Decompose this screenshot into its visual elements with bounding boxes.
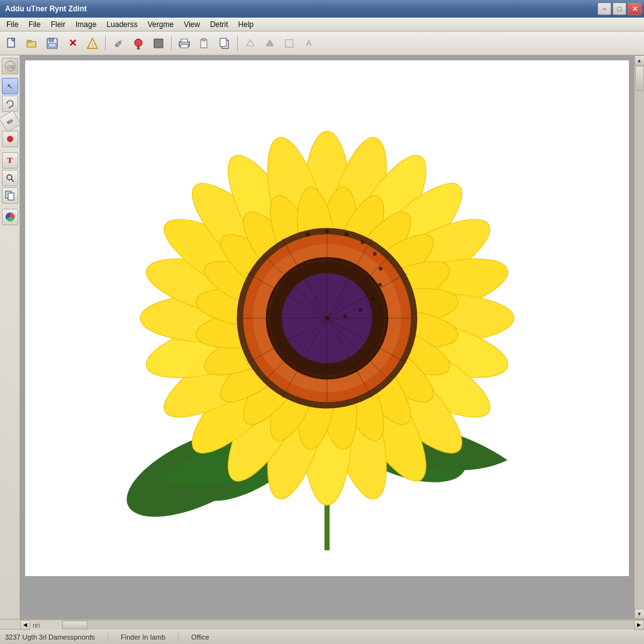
- status-section1: 3237 Ugth 3rl Damesspnords: [5, 633, 108, 641]
- canvas-wrapper: ▲ ▼: [20, 55, 644, 619]
- svg-point-94: [358, 308, 362, 312]
- status-section3: Office: [191, 633, 209, 641]
- svg-point-93: [371, 297, 375, 301]
- toolbar-btn-shape[interactable]: [149, 35, 168, 52]
- bottom-scrollbar-area: ◀ nri ▶: [0, 619, 644, 629]
- horizontal-scrollbar: ◀ nri ▶: [20, 619, 644, 630]
- toolbar-btn-tri2[interactable]: [260, 35, 279, 52]
- svg-rect-13: [180, 45, 188, 48]
- toolbar-btn-tri1[interactable]: [241, 35, 260, 52]
- status-bar: 3237 Ugth 3rl Damesspnords Finder In Iam…: [0, 629, 644, 644]
- svg-rect-5: [48, 43, 56, 47]
- scroll-up-button[interactable]: ▲: [635, 55, 645, 65]
- menu-image[interactable]: Image: [70, 19, 101, 30]
- window-controls: − □ ✕: [597, 3, 641, 15]
- svg-marker-18: [247, 40, 254, 46]
- left-toolbox: OS ↖ ✏ T: [0, 55, 20, 619]
- tool-select[interactable]: ↖: [2, 78, 18, 94]
- svg-point-88: [345, 233, 348, 236]
- svg-point-95: [343, 314, 347, 318]
- svg-rect-10: [154, 39, 163, 48]
- close-button[interactable]: ✕: [628, 3, 641, 15]
- toolbar-btn-delete[interactable]: ✕: [63, 35, 82, 52]
- main-layout: OS ↖ ✏ T: [0, 55, 644, 619]
- menu-file1[interactable]: File: [1, 19, 23, 30]
- svg-rect-27: [8, 193, 14, 200]
- toolbar-btn-new[interactable]: [3, 35, 21, 52]
- right-scrollbar: ▲ ▼: [634, 55, 644, 619]
- hscroll-label: nri: [30, 621, 62, 630]
- svg-text:!: !: [92, 42, 94, 48]
- menu-luaderss[interactable]: Luaderss: [101, 19, 142, 30]
- hscroll-left-button[interactable]: ◀: [20, 620, 30, 630]
- tool-clone[interactable]: [2, 187, 18, 204]
- scroll-track[interactable]: [635, 65, 644, 609]
- tool-zoom[interactable]: [2, 170, 18, 186]
- tool-lasso[interactable]: [2, 96, 18, 112]
- svg-point-90: [373, 252, 377, 255]
- app-logo: OS: [2, 58, 18, 74]
- canvas-area[interactable]: [20, 55, 634, 619]
- menu-fleir[interactable]: Fleir: [46, 19, 70, 30]
- svg-point-86: [306, 233, 309, 236]
- title-text: Addu uTner Rynt Zdint: [3, 4, 87, 13]
- svg-rect-20: [286, 40, 293, 47]
- menu-file2[interactable]: File: [23, 19, 45, 30]
- sunflower-image: [69, 60, 585, 576]
- menu-view[interactable]: View: [179, 19, 205, 30]
- maximize-button[interactable]: □: [613, 3, 626, 15]
- svg-rect-4: [49, 38, 53, 42]
- menu-vergme[interactable]: Vergme: [143, 19, 179, 30]
- toolbar-btn-pencil[interactable]: ✏: [105, 30, 131, 56]
- hscroll-thumb[interactable]: [62, 621, 87, 630]
- svg-line-25: [11, 179, 14, 182]
- svg-point-24: [7, 175, 12, 180]
- scroll-down-button[interactable]: ▼: [635, 609, 645, 619]
- svg-point-23: [7, 136, 13, 142]
- menu-detrit[interactable]: Detrit: [205, 19, 233, 30]
- toolbar-sep2: [171, 36, 172, 51]
- hscroll-track[interactable]: [62, 620, 634, 630]
- toolbar-btn-info[interactable]: !: [83, 35, 102, 52]
- tool-red-dot[interactable]: [2, 131, 18, 147]
- toolbar-btn-paste[interactable]: [195, 35, 214, 52]
- toolbar-sep3: [237, 36, 238, 51]
- toolbar-btn-copy[interactable]: [215, 35, 234, 52]
- svg-point-87: [325, 230, 329, 233]
- toolbar-btn-color[interactable]: [129, 35, 148, 52]
- minimize-button[interactable]: −: [597, 3, 611, 15]
- tool-text[interactable]: T: [2, 152, 18, 169]
- svg-text:OS: OS: [7, 64, 14, 70]
- svg-marker-19: [266, 40, 274, 46]
- canvas: [25, 60, 629, 576]
- tool-pencil[interactable]: ✏: [0, 110, 21, 133]
- svg-rect-15: [202, 38, 206, 41]
- scrollbar-corner: [0, 619, 20, 629]
- toolbar-btn-save[interactable]: [43, 35, 62, 52]
- title-bar: Addu uTner Rynt Zdint − □ ✕: [0, 0, 644, 18]
- svg-rect-17: [220, 38, 226, 47]
- menu-bar: File File Fleir Image Luaderss Vergme Vi…: [0, 18, 644, 31]
- tool-color-wheel[interactable]: [2, 209, 18, 225]
- scroll-thumb[interactable]: [635, 66, 644, 91]
- toolbar-btn-open[interactable]: [23, 35, 42, 52]
- toolbar-btn-shape2[interactable]: [280, 35, 299, 52]
- hscroll-right-button[interactable]: ▶: [634, 620, 644, 630]
- svg-point-92: [378, 283, 382, 287]
- svg-rect-12: [181, 39, 187, 42]
- status-section2: Finder In Iamb: [121, 633, 179, 641]
- menu-help[interactable]: Help: [233, 19, 259, 30]
- toolbar-btn-print[interactable]: [175, 35, 194, 52]
- toolbar: ✕ ! ✏ A: [0, 31, 644, 55]
- toolbar-btn-text-a[interactable]: A: [299, 35, 318, 52]
- svg-rect-2: [27, 40, 31, 42]
